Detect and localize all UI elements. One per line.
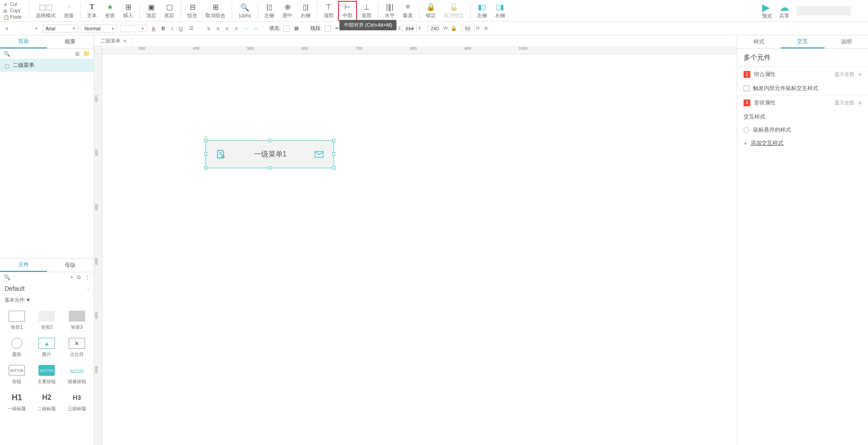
library-dropdown[interactable]: Default⌵ [0,282,94,295]
tab-interaction[interactable]: 交互 [781,35,824,48]
preview-button[interactable]: ▶预览 [762,2,772,19]
widget-rect2[interactable]: 矩形2 [33,308,61,333]
widget-image[interactable]: ▲图片 [33,335,61,360]
width-input[interactable] [428,25,442,32]
align-left-button[interactable]: |▯左侧 [261,1,278,21]
tab-style[interactable]: 样式 [737,35,781,48]
align-center-button[interactable]: ⊕居中 [279,1,296,21]
tab-masters[interactable]: 母版 [47,259,94,272]
canvas-tab[interactable]: 二级菜单 × [96,36,132,46]
add-style-link[interactable]: 添加交互样式 [751,139,783,147]
dist-left-button[interactable]: ▮▯左侧 [473,1,491,21]
align-middle-button[interactable]: ⊢中部 [338,1,357,21]
widget-h3[interactable]: H3三级标题 [63,389,91,415]
font-size-dropdown[interactable]: ▾ [120,25,147,32]
more-options-icon[interactable]: ⋮ [85,274,90,280]
cut-button[interactable]: ✕Cut [4,1,26,7]
fill-opacity-button[interactable]: ▦ [292,24,300,32]
resize-handle-ml[interactable] [204,152,207,156]
add-folder-icon[interactable]: 📁 [83,51,90,57]
align-right-button[interactable]: ▯|右侧 [297,1,314,21]
tab-widgets[interactable]: 元件 [0,259,47,272]
document-icon [216,149,226,159]
canvas-content[interactable]: ▽ 一级菜单1 [102,54,737,445]
fill-color-button[interactable] [283,25,290,32]
visibility-icon[interactable]: 👁 [482,25,491,32]
font-color-button[interactable]: A [150,25,157,32]
share-button[interactable]: ☁共享 [779,2,789,19]
styles-dropdown[interactable]: ≡ ▾ [4,25,39,32]
tab-notes[interactable]: 说明 [825,35,868,48]
bold-button[interactable]: B [160,25,167,32]
bring-front-button[interactable]: ▣顶层 [143,1,160,21]
add-style-icon[interactable]: + [744,140,747,147]
paste-button[interactable]: 📋Paste [4,14,26,20]
tab-outline[interactable]: 概要 [47,35,94,48]
trigger-checkbox[interactable] [744,85,749,91]
unlock-button[interactable]: 🔓取消锁定 [440,1,467,21]
resize-handle-tl[interactable] [204,139,207,142]
select-mode-button[interactable]: ⬚⬚选择模式 [32,1,59,21]
align-top-button[interactable]: ⊤顶部 [320,1,337,21]
dist-right-button[interactable]: ▯▮右侧 [491,1,509,21]
show-all-link-2[interactable]: 显示全部 [835,99,854,106]
lock-ratio-icon[interactable]: 🔒 [449,24,459,32]
distribute-v-button[interactable]: ≡垂直 [399,1,416,21]
stroke-color-button[interactable] [324,25,331,32]
insert-button[interactable]: ⊞插入 [119,1,137,21]
hover-style-radio[interactable] [744,127,749,133]
text-align-bottom-button[interactable]: ─ [252,25,259,32]
connect-button[interactable]: ⟋连接 [60,1,77,21]
resize-handle-mr[interactable] [332,152,335,156]
bullet-list-button[interactable]: ☰ [187,24,196,32]
section-menu-icon-2[interactable]: ≡ [858,99,862,106]
add-page-icon[interactable]: ⊞ [75,51,80,57]
widget-h1[interactable]: H1一级标题 [3,389,31,415]
widget-search-icon[interactable]: 🔍 [4,274,10,280]
copy-button[interactable]: ⧉Copy [4,8,26,14]
font-style-dropdown[interactable]: Normal▾ [81,24,117,33]
group-button[interactable]: ⊟组合 [184,1,201,21]
widget-rect3[interactable]: 矩形3 [63,308,91,333]
font-family-dropdown[interactable]: Arial▾ [42,24,78,33]
show-all-link-1[interactable]: 显示全部 [835,71,854,78]
widget-primary-button[interactable]: BUTTON主要按钮 [33,362,61,388]
italic-button[interactable]: I [170,25,175,32]
category-label[interactable]: 基本元件 ▼ [0,295,94,305]
widget-circle[interactable]: 圆形 [3,335,31,360]
widget-button[interactable]: BUTTON按钮 [3,362,31,388]
tab-pages[interactable]: 页面 [0,35,47,48]
text-align-left-button[interactable]: ≡ [205,25,212,32]
text-align-middle-button[interactable]: ─ [242,25,249,32]
widget-h2[interactable]: H2二级标题 [33,389,61,415]
widget-rect1[interactable]: 矩形1 [3,308,31,333]
widget-link-button[interactable]: BUTTON链接按钮 [63,362,91,388]
selected-widget[interactable]: ▽ 一级菜单1 [205,140,334,168]
zoom-control[interactable]: 🔍149% [235,1,255,21]
distribute-h-button[interactable]: |‖|水平 [381,1,398,21]
text-align-top-button[interactable]: ≡ [233,25,239,32]
page-tree-item[interactable]: ▢ 二级菜单 [0,59,94,72]
text-align-center-button[interactable]: ≡ [215,25,221,32]
search-icon[interactable]: 🔍 [4,51,10,57]
lock-button[interactable]: 🔒锁定 [422,1,439,21]
y-input[interactable] [402,25,417,32]
shape-button[interactable]: ★形状 [101,1,119,21]
ungroup-button[interactable]: ⊞取消组合 [202,1,229,21]
resize-handle-tr[interactable] [332,139,335,142]
widget-placeholder[interactable]: ✕占位符 [63,335,91,360]
align-bottom-button[interactable]: ⊥底部 [358,1,375,21]
add-widget-icon[interactable]: + [70,274,73,280]
underline-button[interactable]: U [177,25,185,32]
send-back-button[interactable]: ▢底层 [161,1,178,21]
library-options-icon[interactable]: ⧉ [77,274,81,280]
resize-handle-br[interactable] [332,166,335,170]
height-input[interactable] [460,25,475,32]
section-menu-icon-1[interactable]: ≡ [858,71,862,78]
resize-handle-bm[interactable] [268,166,271,170]
resize-handle-tm[interactable] [268,139,271,142]
text-align-right-button[interactable]: ≡ [224,25,230,32]
text-button[interactable]: T文本 [83,1,100,21]
close-tab-icon[interactable]: × [123,38,127,44]
resize-handle-bl[interactable] [204,166,207,170]
